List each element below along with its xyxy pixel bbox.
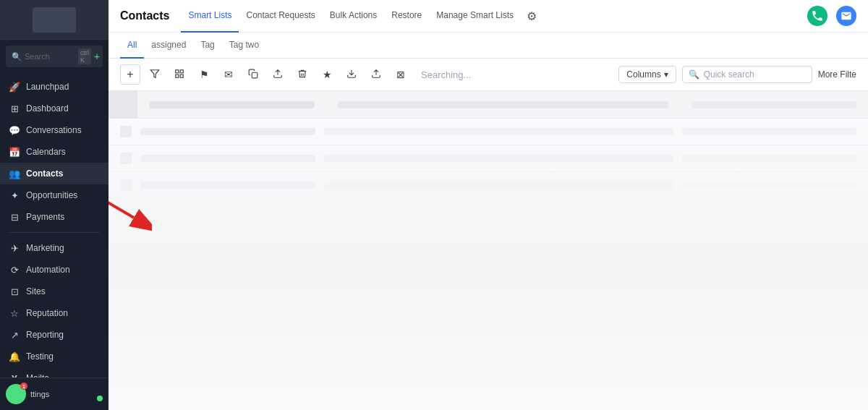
sub-tab-assigned[interactable]: assigned (144, 33, 193, 59)
mail-button[interactable]: ✉ (218, 64, 239, 85)
quick-search-input[interactable] (704, 69, 806, 80)
topbar-left: Contacts Smart Lists Contact Requests Bu… (120, 0, 537, 33)
online-indicator (97, 396, 103, 401)
more-button[interactable]: ⊠ (391, 64, 411, 85)
sidebar-item-reputation[interactable]: ☆ Reputation (0, 302, 109, 324)
search-icon: 🔍 (689, 69, 699, 80)
sub-tab-tag[interactable]: Tag (193, 33, 221, 59)
sidebar-item-opportunities[interactable]: ✦ Opportunities (0, 184, 109, 206)
page-title: Contacts (120, 9, 169, 22)
user-avatar-green[interactable] (807, 6, 827, 26)
launchpad-icon: 🚀 (9, 81, 20, 93)
content-area: All assigned Tag Tag two + ⚑ ✉ (109, 33, 868, 410)
search-icon: 🔍 (12, 52, 22, 61)
export-icon (371, 69, 381, 81)
grid-view-button[interactable] (169, 64, 190, 85)
tab-manage-smart-lists[interactable]: Manage Smart Lists (429, 0, 521, 33)
sidebar-item-reporting[interactable]: ↗ Reporting (0, 324, 109, 346)
sidebar-item-label: Automation (26, 265, 70, 275)
reporting-icon: ↗ (9, 329, 20, 341)
sidebar-logo (0, 0, 109, 40)
flag-icon: ⚑ (200, 69, 209, 80)
sidebar-item-label: Reputation (26, 308, 68, 318)
grid-icon (174, 69, 184, 81)
mailto-icon: Y (9, 372, 20, 377)
sidebar-item-label: Contacts (26, 168, 63, 179)
chevron-down-icon: ▾ (664, 69, 668, 80)
sidebar-item-mailto[interactable]: Y Mailto (0, 367, 109, 377)
sidebar-item-testing[interactable]: 🔔 Testing (0, 346, 109, 367)
contacts-toolbar: + ⚑ ✉ (109, 59, 868, 91)
sidebar-item-payments[interactable]: ⊟ Payments (0, 206, 109, 228)
sub-tab-all[interactable]: All (120, 33, 144, 59)
star-button[interactable]: ★ (317, 64, 337, 85)
sidebar-item-label: Testing (26, 351, 54, 362)
marketing-icon: ✈ (9, 242, 20, 254)
opportunities-icon: ✦ (9, 189, 20, 201)
sidebar-item-label: Sites (26, 286, 46, 296)
contacts-icon: 👥 (9, 168, 20, 179)
sidebar-item-label: Conversations (26, 125, 82, 135)
search-shortcut: ctrl K (78, 48, 91, 64)
user-avatar-blue[interactable] (836, 6, 856, 26)
dashboard-icon: ⊞ (9, 103, 20, 114)
sidebar-item-marketing[interactable]: ✈ Marketing (0, 237, 109, 259)
mail-icon: ✉ (224, 69, 233, 80)
reputation-icon: ☆ (9, 307, 20, 319)
download-button[interactable] (341, 64, 362, 85)
more-filters-button[interactable]: More Filte (818, 69, 856, 80)
quick-search-container: 🔍 (682, 66, 812, 83)
columns-label: Columns (626, 69, 660, 80)
settings-avatar[interactable]: 1 (6, 384, 26, 404)
sidebar-search-container: 🔍 ctrl K + (0, 40, 109, 73)
topbar-right (807, 6, 856, 26)
trash-icon (297, 69, 307, 81)
download-icon (346, 69, 357, 81)
more-icon: ⊠ (396, 69, 405, 80)
sidebar-search-input[interactable] (25, 52, 75, 61)
badge-count: 1 (20, 383, 27, 390)
sidebar-item-conversations[interactable]: 💬 Conversations (0, 119, 109, 141)
svg-rect-2 (180, 69, 183, 72)
delete-button[interactable] (292, 64, 312, 85)
sidebar-add-button[interactable]: + (94, 51, 100, 61)
sidebar-item-calendars[interactable]: 📅 Calendars (0, 141, 109, 163)
settings-gear-button[interactable]: ⚙ (527, 9, 537, 23)
sidebar-item-label: Opportunities (26, 190, 77, 200)
topbar: Contacts Smart Lists Contact Requests Bu… (109, 0, 868, 33)
sidebar-item-automation[interactable]: ⟳ Automation (0, 259, 109, 281)
upload-icon (273, 69, 283, 81)
sidebar-item-launchpad[interactable]: 🚀 Launchpad (0, 76, 109, 98)
tab-restore[interactable]: Restore (384, 0, 429, 33)
upload-button[interactable] (268, 64, 288, 85)
svg-rect-5 (252, 72, 258, 78)
add-contact-button[interactable]: + (120, 64, 140, 85)
tab-contact-requests[interactable]: Contact Requests (239, 0, 322, 33)
calendars-icon: 📅 (9, 146, 20, 158)
sidebar-item-label: Dashboard (26, 103, 69, 114)
filter-icon (150, 69, 160, 81)
export-button[interactable] (366, 64, 386, 85)
columns-button[interactable]: Columns ▾ (618, 66, 676, 83)
tab-bulk-actions[interactable]: Bulk Actions (323, 0, 384, 33)
copy-button[interactable] (243, 64, 263, 85)
svg-marker-0 (150, 69, 159, 77)
toolbar-right: Columns ▾ 🔍 More Filte (618, 66, 856, 83)
sidebar-item-label: Reporting (26, 330, 64, 340)
tab-smart-lists[interactable]: Smart Lists (181, 0, 239, 33)
sidebar-item-label: Launchpad (26, 82, 69, 92)
sidebar-footer: 1 ttings (0, 377, 109, 410)
contacts-table-area (109, 91, 868, 410)
conversations-icon: 💬 (9, 124, 20, 136)
settings-label: ttings (30, 390, 49, 398)
flag-button[interactable]: ⚑ (194, 64, 214, 85)
sidebar-item-dashboard[interactable]: ⊞ Dashboard (0, 98, 109, 119)
sidebar-item-sites[interactable]: ⊡ Sites (0, 281, 109, 302)
filter-button[interactable] (145, 64, 165, 85)
star-icon: ★ (323, 69, 332, 80)
sidebar-item-contacts[interactable]: 👥 Contacts (0, 163, 109, 184)
searching-status: Searching... (421, 69, 614, 80)
automation-icon: ⟳ (9, 264, 20, 276)
payments-icon: ⊟ (9, 211, 20, 223)
sub-tab-tag-two[interactable]: Tag two (222, 33, 266, 59)
